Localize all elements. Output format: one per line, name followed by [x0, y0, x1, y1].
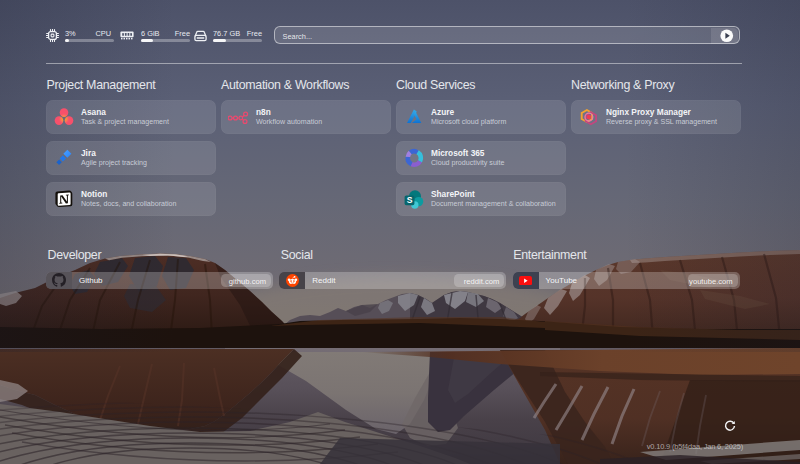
svg-text:S: S	[407, 195, 413, 205]
